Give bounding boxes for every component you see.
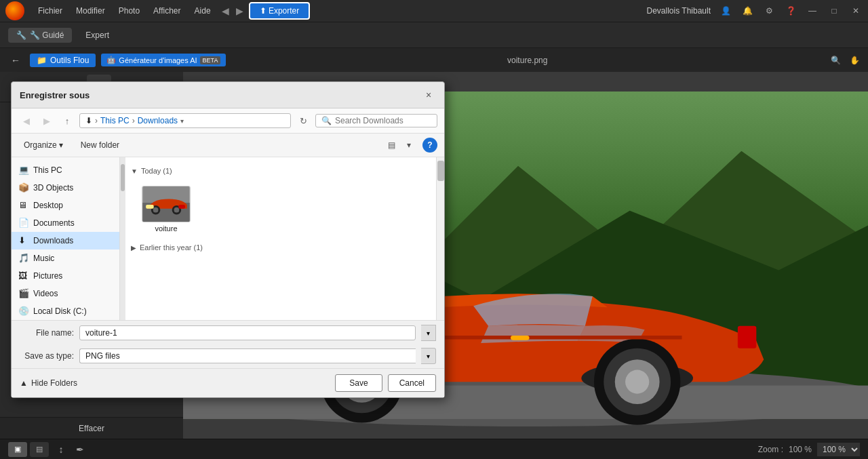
minimize-icon[interactable]: — [806, 4, 819, 18]
thispc-label: This PC [33, 165, 62, 175]
addr-forward-btn[interactable]: ▶ [39, 113, 55, 129]
group-earlier-year[interactable]: ▶ Earlier this year (1) [131, 242, 431, 253]
svg-rect-22 [738, 326, 756, 348]
folder-navigate-button[interactable]: 📁 Outils Flou [30, 54, 96, 67]
nav-forward-btn[interactable]: ▶ [233, 5, 246, 16]
sidebar-item-desktop[interactable]: 🖥 Desktop [12, 197, 119, 214]
menu-modifier[interactable]: Modifier [71, 3, 111, 18]
savetype-dropdown-btn[interactable]: ▾ [421, 348, 436, 364]
zoom-tool-icon[interactable]: 🔍 [829, 54, 842, 67]
file-thumbnail-voiture [142, 186, 191, 222]
export-button[interactable]: ⬆ Exporter [249, 2, 311, 20]
app-logo [5, 1, 24, 20]
path-end-chevron: ▾ [180, 117, 184, 125]
svg-point-15 [625, 370, 649, 394]
save-button[interactable]: Save [335, 374, 382, 392]
sidebar-scroll-thumb[interactable] [121, 164, 125, 191]
sidebar-scrollbar[interactable] [120, 157, 125, 320]
sidebar-item-videos[interactable]: 🎬 Videos [12, 285, 119, 302]
filename-dropdown-btn[interactable]: ▾ [421, 325, 436, 341]
new-folder-button[interactable]: New folder [74, 138, 126, 152]
today-chevron: ▼ [131, 167, 138, 175]
sidebar-item-thispc[interactable]: 💻 This PC [12, 161, 119, 179]
hide-folders-button[interactable]: ▲ Hide Folders [20, 378, 77, 388]
menu-afficher[interactable]: Afficher [148, 3, 186, 18]
effacer-button[interactable]: Effacer [0, 417, 183, 439]
back-button[interactable]: ← [7, 52, 24, 68]
dialog-content: 💻 This PC 📦 3D Objects 🖥 Desktop 📄 Docum… [12, 157, 444, 320]
help-icon[interactable]: ❓ [784, 4, 797, 18]
dialog-titlebar: Enregistrer sous × [12, 82, 444, 108]
file-item-voiture[interactable]: voiture [139, 183, 193, 235]
organize-button[interactable]: Organize ▾ [18, 138, 68, 152]
tool-icon-btn[interactable]: ✒ [73, 443, 87, 456]
guide-icon: 🔧 [16, 31, 26, 40]
dialog-close-button[interactable]: × [421, 87, 436, 102]
today-label: Today (1) [141, 167, 172, 175]
dialog-title: Enregistrer sous [20, 90, 421, 100]
sidebar-item-3dobjects[interactable]: 📦 3D Objects [12, 179, 119, 197]
sidebar-item-documents[interactable]: 📄 Documents [12, 214, 119, 232]
dialog-file-list: ▼ Today (1) [125, 157, 436, 320]
filename-input[interactable] [79, 325, 416, 340]
cancel-button[interactable]: Cancel [388, 374, 436, 392]
notification-icon[interactable]: 🔔 [741, 4, 754, 18]
3dobjects-icon: 📦 [18, 182, 29, 193]
sidebar-item-localdisk[interactable]: 💿 Local Disk (C:) [12, 302, 119, 320]
view-dropdown-icon[interactable]: ▾ [401, 137, 417, 153]
dialog-toolbar: Organize ▾ New folder ▤ ▾ ? [12, 134, 444, 157]
menu-aide[interactable]: Aide [189, 3, 216, 18]
guide-mode-button[interactable]: 🔧 🔧 Guidé [8, 28, 72, 43]
address-path[interactable]: ⬇ › This PC › Downloads ▾ [79, 113, 291, 128]
user-icon[interactable]: 👤 [719, 4, 732, 18]
beta-tag: BETA [200, 56, 221, 64]
localdisk-icon: 💿 [18, 306, 29, 317]
maximize-icon[interactable]: □ [827, 4, 841, 18]
filelist-scrollbar[interactable] [436, 157, 444, 320]
toolbar-right: 🔍 ✋ [829, 54, 861, 67]
nav-back-btn[interactable]: ◀ [219, 5, 232, 16]
sidebar-item-music[interactable]: 🎵 Music [12, 250, 119, 267]
path-downloads[interactable]: Downloads [138, 116, 178, 125]
videos-icon: 🎬 [18, 288, 29, 299]
view-btn-2[interactable]: ▤ [30, 442, 49, 457]
earlier-year-label: Earlier this year (1) [140, 243, 203, 252]
settings-icon[interactable]: ⚙ [762, 4, 776, 18]
videos-label: Videos [33, 289, 58, 298]
zoom-select[interactable]: 100 % 75 % 50 % 150 % 200 % [817, 443, 860, 456]
sidebar-item-downloads[interactable]: ⬇ Downloads [12, 232, 119, 250]
expert-label: Expert [85, 31, 109, 40]
path-this-pc[interactable]: This PC [100, 116, 130, 125]
file-title: voiture.png [231, 56, 823, 65]
sort-icon-btn[interactable]: ↕ [54, 443, 68, 456]
hide-folders-label: Hide Folders [31, 378, 77, 388]
hide-folders-chevron: ▲ [20, 378, 28, 388]
sidebar-item-pictures[interactable]: 🖼 Pictures [12, 267, 119, 285]
dialog-address-bar: ◀ ▶ ↑ ⬇ › This PC › Downloads ▾ ↻ 🔍 [12, 108, 444, 134]
close-window-icon[interactable]: ✕ [849, 4, 863, 18]
pictures-label: Pictures [33, 271, 62, 281]
savetype-input[interactable] [79, 348, 416, 363]
ai-generator-badge[interactable]: 🤖 Générateur d'images AI BETA [101, 54, 226, 66]
savetype-row: Save as type: ▾ [12, 345, 444, 368]
expert-mode-button[interactable]: Expert [77, 28, 117, 43]
action-buttons: Save Cancel [335, 374, 436, 392]
view-mode-buttons: ▣ ▤ [8, 442, 49, 457]
search-input[interactable] [335, 116, 430, 125]
earlier-year-chevron: ▶ [131, 244, 136, 252]
desktop-label: Desktop [33, 201, 63, 210]
view-list-icon[interactable]: ▤ [383, 137, 399, 153]
filename-label: File name: [20, 328, 74, 338]
menu-fichier[interactable]: Fichier [33, 3, 68, 18]
filelist-scroll-thumb[interactable] [437, 161, 444, 181]
addr-up-btn[interactable]: ↑ [59, 113, 75, 129]
group-today[interactable]: ▼ Today (1) [131, 165, 431, 176]
addr-back-btn[interactable]: ◀ [18, 113, 35, 129]
menu-photo[interactable]: Photo [113, 3, 145, 18]
thispc-icon: 💻 [18, 165, 29, 176]
hand-tool-icon[interactable]: ✋ [848, 54, 861, 67]
dialog-help-button[interactable]: ? [422, 138, 437, 153]
addr-refresh-btn[interactable]: ↻ [295, 113, 311, 129]
view-btn-1[interactable]: ▣ [8, 442, 27, 457]
zoom-value: 100 % [789, 445, 812, 454]
